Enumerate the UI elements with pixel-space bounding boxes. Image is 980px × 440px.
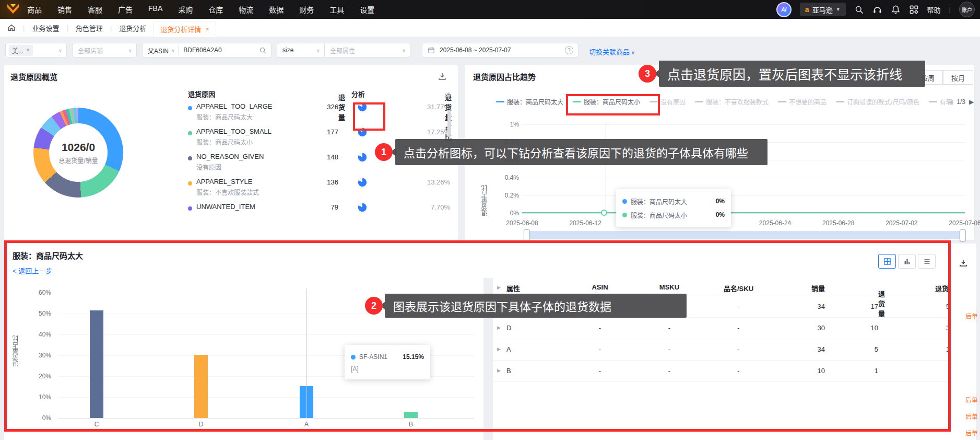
- attribute-value-select[interactable]: 全部属性 ∨: [324, 43, 410, 57]
- nav-item-12[interactable]: 设置: [360, 4, 374, 15]
- nav-item-4[interactable]: 广告: [118, 4, 133, 15]
- reason-color-dot: [188, 181, 192, 186]
- notification-bell-icon[interactable]: [891, 5, 901, 15]
- headset-icon[interactable]: [872, 5, 882, 15]
- download-icon[interactable]: [438, 72, 447, 81]
- bar-category-label: C: [81, 421, 112, 428]
- attribute-name-select[interactable]: size ∨: [277, 43, 325, 57]
- legend-item-6[interactable]: 订购错误的款式/尺码/颜色: [836, 97, 919, 106]
- aftersale-order-link[interactable]: 后单: [965, 412, 978, 421]
- switch-related-product-link[interactable]: 切换关联商品 ∨: [589, 47, 635, 56]
- trend-xtick: 2025-07-06: [941, 219, 980, 227]
- table-row[interactable]: ▶B---1013.03%: [493, 361, 951, 382]
- view-toggle-bar[interactable]: [898, 254, 916, 269]
- table-row[interactable]: ▶A---34515.15%: [493, 339, 951, 361]
- tab-return-analysis[interactable]: 退货分析: [119, 23, 146, 33]
- nav-item-5[interactable]: FBA: [148, 4, 162, 15]
- expand-all-icon[interactable]: ▶: [497, 285, 501, 290]
- reason-code: APPAREL_STYLE: [196, 178, 252, 186]
- view-toggle-list[interactable]: [918, 254, 936, 269]
- nav-item-1[interactable]: 商品: [27, 4, 42, 15]
- asin-type-select[interactable]: 父ASIN: [143, 46, 169, 55]
- asin-cell: -: [571, 324, 629, 332]
- nav-item-8[interactable]: 物流: [239, 4, 253, 15]
- nav-item-10[interactable]: 财务: [299, 4, 314, 15]
- datazoom-left-handle[interactable]: [524, 229, 530, 241]
- view-toggle-grid[interactable]: [878, 254, 896, 269]
- trend-xtick: 2025-06-24: [752, 219, 799, 227]
- col-msku: MSKU: [641, 283, 698, 291]
- table-scrollbar[interactable]: [447, 110, 451, 137]
- asin-search-input[interactable]: BDF606A2A0: [179, 47, 221, 54]
- expand-row-icon[interactable]: ▶: [497, 346, 501, 352]
- datazoom-right-handle[interactable]: [960, 229, 966, 241]
- remove-tag-icon[interactable]: ×: [26, 47, 30, 54]
- legend-item-4[interactable]: 服装：不喜欢服装款式: [695, 97, 769, 106]
- nav-item-11[interactable]: 工具: [329, 4, 344, 15]
- bar-B[interactable]: [404, 412, 418, 418]
- table-row[interactable]: ▶D---301030.30%: [493, 318, 951, 339]
- bar-ytick: 60%: [27, 289, 51, 296]
- return-rate-cell: 15.15%: [905, 345, 951, 353]
- legend-dash-icon: [836, 101, 844, 102]
- apps-grid-icon[interactable]: [909, 5, 919, 15]
- bar-C[interactable]: [90, 310, 103, 418]
- store-switcher[interactable]: a 亚马逊 ▼: [800, 3, 846, 16]
- ai-assistant-button[interactable]: AI: [776, 2, 792, 17]
- marketplace-select[interactable]: 美...× ∨: [5, 43, 67, 57]
- analysis-pie-icon[interactable]: [358, 203, 367, 212]
- nav-item-2[interactable]: 销售: [57, 4, 72, 15]
- period-month-button[interactable]: 按月: [943, 70, 973, 85]
- tab-business-settings[interactable]: 业务设置: [32, 23, 59, 33]
- app-logo-icon[interactable]: [6, 3, 20, 16]
- bar-ytick: 40%: [27, 331, 51, 338]
- home-icon[interactable]: [7, 24, 16, 32]
- expand-row-icon[interactable]: ▶: [497, 325, 501, 330]
- tab-return-analysis-detail-active[interactable]: 退货分析详情 ×: [154, 21, 216, 37]
- reason-row: APPAREL_STYLE服装：不喜欢服装款式13613.26%: [182, 178, 454, 203]
- nav-item-3[interactable]: 客服: [88, 4, 102, 15]
- reason-name-cn: 服装：商品尺码太大: [196, 112, 253, 121]
- callout-1-text: 点击分析图标，可以下钻分析查看该原因下的退货的子体具体有哪些: [395, 139, 768, 165]
- datazoom-slider[interactable]: [525, 231, 965, 239]
- asin-search-combo[interactable]: 父ASIN ∨ BDF606A2A0: [142, 43, 271, 57]
- pager-next-icon[interactable]: ▶: [969, 98, 974, 106]
- aftersale-order-link[interactable]: 后单: [965, 429, 978, 437]
- search-icon[interactable]: [259, 47, 267, 54]
- trend-tooltip: 服装：商品尺码太大0% 服装：商品尺码太小0%: [616, 189, 731, 227]
- series-dot: [622, 199, 627, 204]
- return-qty-value: 148: [291, 153, 338, 161]
- legend-item-3[interactable]: 没有原因: [650, 97, 686, 106]
- aftersale-order-link[interactable]: 后单: [965, 311, 978, 320]
- account-avatar[interactable]: 账户: [959, 2, 975, 17]
- analysis-pie-icon[interactable]: [358, 153, 367, 162]
- nav-item-9[interactable]: 数据: [269, 4, 284, 15]
- help-link[interactable]: 帮助: [927, 5, 941, 15]
- legend-item-5[interactable]: 不想要的商品: [778, 97, 826, 106]
- legend-item-2[interactable]: 服装：商品尺码太小: [573, 97, 640, 106]
- date-range-picker[interactable]: 2025-06-08 ~ 2025-07-07 ?: [422, 43, 578, 57]
- help-circle-icon[interactable]: ?: [565, 46, 573, 54]
- analysis-pie-icon[interactable]: [358, 128, 367, 137]
- nav-item-7[interactable]: 仓库: [208, 4, 223, 15]
- nav-item-6[interactable]: 采购: [178, 4, 193, 15]
- aftersale-order-link[interactable]: 后单: [965, 395, 978, 404]
- returns-cell: 5: [837, 345, 878, 353]
- download-icon[interactable]: [959, 258, 968, 268]
- analysis-pie-icon[interactable]: [358, 178, 367, 187]
- datazoom-selected-range[interactable]: [528, 231, 961, 239]
- col-sales: 销量: [785, 283, 825, 293]
- close-icon[interactable]: ×: [205, 25, 209, 33]
- search-icon[interactable]: [854, 5, 864, 15]
- expand-row-icon[interactable]: ▶: [497, 368, 501, 373]
- back-link[interactable]: < 返回上一步: [13, 265, 52, 275]
- legend-item-1[interactable]: 服装：商品尺码太大: [496, 97, 563, 106]
- reason-table-header: 退货原因 退货量 ↓ 分析 退货量占比: [182, 86, 454, 102]
- divider: |: [949, 6, 951, 14]
- bar-D[interactable]: [194, 355, 208, 418]
- pager-prev-icon[interactable]: ◀: [948, 98, 953, 106]
- tab-role-management[interactable]: 角色管理: [76, 23, 103, 33]
- analysis-pie-icon[interactable]: [358, 102, 367, 112]
- legend-dash-icon: [650, 101, 658, 102]
- shop-select[interactable]: 全部店铺 ∨: [72, 43, 137, 57]
